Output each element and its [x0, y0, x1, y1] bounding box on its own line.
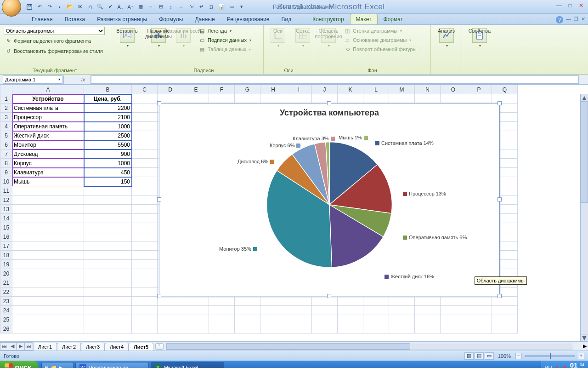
cell[interactable] [12, 297, 84, 306]
zoom-value[interactable]: 100% [498, 353, 511, 359]
cell[interactable] [338, 297, 363, 306]
row-header[interactable]: 25 [0, 315, 12, 324]
cell[interactable] [183, 94, 209, 104]
cell[interactable]: 2200 [84, 104, 132, 113]
column-header[interactable]: C [132, 85, 158, 94]
page-icon[interactable]: ▭ [228, 3, 235, 11]
cell[interactable] [183, 306, 209, 315]
sheet-nav-next-icon[interactable]: ▶ [17, 342, 25, 351]
tab-format[interactable]: Формат [378, 14, 409, 24]
gridlines-button[interactable]: Сетка [292, 27, 313, 49]
tab-formulas[interactable]: Формулы [153, 14, 189, 24]
column-header[interactable]: K [338, 85, 363, 94]
analysis-button[interactable]: Анализ [435, 27, 458, 49]
taskbar-item-excel[interactable]: X Microsoft Excel - … [151, 362, 224, 368]
cell[interactable] [415, 306, 441, 315]
cell[interactable] [260, 94, 286, 104]
tray-icon[interactable]: K [555, 365, 559, 368]
explorer-icon[interactable]: 📁 [51, 365, 57, 368]
cell[interactable] [441, 315, 466, 324]
cell[interactable] [363, 94, 389, 104]
autofit-icon[interactable]: ⇲ [187, 3, 195, 11]
vscroll-thumb[interactable] [581, 102, 588, 203]
cell[interactable] [492, 94, 518, 104]
cell[interactable] [158, 315, 183, 324]
cell[interactable] [12, 288, 84, 297]
column-header[interactable]: B [84, 85, 132, 94]
cell[interactable]: Цена, руб. [84, 94, 132, 104]
redo-icon[interactable]: ↷ [46, 3, 53, 11]
row-header[interactable]: 10 [0, 177, 12, 186]
cell[interactable] [466, 297, 492, 306]
row-header[interactable]: 24 [0, 306, 12, 315]
tab-design[interactable]: Конструктор [306, 14, 350, 24]
cell[interactable] [84, 324, 132, 334]
cell[interactable] [312, 315, 338, 324]
cell[interactable] [84, 196, 132, 205]
cell[interactable] [363, 306, 389, 315]
cell[interactable] [235, 315, 260, 324]
data-table-button[interactable]: ▦Таблица данных [198, 45, 252, 53]
formula-input[interactable] [91, 75, 579, 84]
row-header[interactable]: 5 [0, 131, 12, 140]
cell[interactable] [441, 324, 466, 334]
cell[interactable] [12, 223, 84, 232]
cell[interactable] [183, 297, 209, 306]
legend-button[interactable]: ▤Легенда [198, 27, 252, 35]
cell[interactable] [286, 306, 312, 315]
cell[interactable]: 2500 [84, 131, 132, 140]
cell[interactable] [286, 315, 312, 324]
cell[interactable] [84, 278, 132, 288]
cell[interactable] [235, 297, 260, 306]
cell[interactable] [389, 306, 415, 315]
cell[interactable] [132, 232, 158, 242]
name-box[interactable]: Диаграмма 1▾ [3, 75, 62, 84]
cell[interactable] [132, 260, 158, 269]
cell[interactable] [492, 324, 518, 334]
cell[interactable] [84, 315, 132, 324]
sheet-nav-first-icon[interactable]: ⏮ [0, 342, 8, 351]
cell[interactable] [84, 269, 132, 278]
cell[interactable] [132, 306, 158, 315]
tray-icon-2[interactable]: ◆ [563, 365, 566, 368]
scroll-up-icon[interactable]: ▲ [581, 94, 588, 102]
player-icon[interactable]: ▶ [59, 365, 62, 368]
view-layout-icon[interactable]: ▤ [475, 352, 484, 360]
worksheet-grid[interactable]: ABCDEFGHIJKLMNOPQ1УстройствоЦена, руб.2С… [0, 85, 588, 341]
row-header[interactable]: 23 [0, 297, 12, 306]
quick-launch[interactable]: 🖥 📁 ▶ [41, 362, 74, 368]
minimize-icon[interactable]: — [555, 2, 563, 9]
chart-icon[interactable]: 📊 [218, 3, 225, 11]
chart-title-text[interactable]: Устройства компьютера [159, 108, 499, 118]
tab-page-layout[interactable]: Разметка страницы [91, 14, 153, 24]
row-header[interactable]: 22 [0, 288, 12, 297]
row-header[interactable]: 2 [0, 104, 12, 113]
cell[interactable]: 5500 [84, 140, 132, 150]
chart-floor-button[interactable]: ▱Основание диаграммы [343, 36, 418, 44]
row-header[interactable]: 16 [0, 232, 12, 242]
row-header[interactable]: 9 [0, 168, 12, 177]
cell[interactable] [132, 324, 158, 334]
cell[interactable] [235, 94, 260, 104]
tab-insert[interactable]: Вставка [59, 14, 91, 24]
chart-wall-button[interactable]: ◫Стенка диаграммы [343, 27, 418, 35]
column-header[interactable]: H [260, 85, 286, 94]
cell[interactable] [132, 278, 158, 288]
column-header[interactable]: O [441, 85, 466, 94]
cell[interactable] [12, 232, 84, 242]
tab-review[interactable]: Рецензирование [221, 14, 276, 24]
tab-data[interactable]: Данные [189, 14, 220, 24]
cell[interactable] [338, 306, 363, 315]
sort-desc-icon[interactable]: A↑ [127, 3, 134, 11]
cell[interactable] [415, 297, 441, 306]
cell[interactable] [12, 214, 84, 223]
horizontal-scrollbar[interactable] [166, 343, 573, 350]
row-header[interactable]: 18 [0, 251, 12, 260]
tab-view[interactable]: Вид [275, 14, 297, 24]
cell[interactable] [84, 251, 132, 260]
zoom-slider[interactable] [525, 355, 575, 357]
cell[interactable] [363, 324, 389, 334]
cell[interactable] [132, 196, 158, 205]
column-header[interactable]: L [363, 85, 389, 94]
cell[interactable]: 2100 [84, 113, 132, 122]
